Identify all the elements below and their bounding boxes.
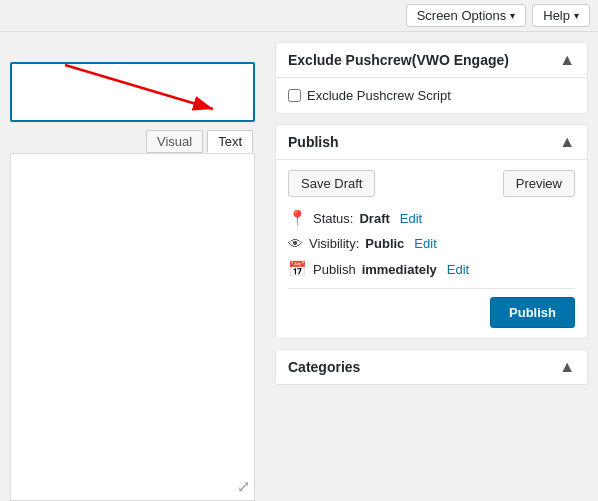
- calendar-icon: 📅: [288, 260, 307, 278]
- left-panel: Visual Text ⤢: [0, 32, 265, 501]
- save-draft-button[interactable]: Save Draft: [288, 170, 375, 197]
- visibility-icon: 👁: [288, 235, 303, 252]
- publish-metabox-body: Save Draft Preview 📍 Status: Draft Edit …: [276, 160, 587, 338]
- editor-area[interactable]: ⤢: [10, 153, 255, 501]
- publish-button[interactable]: Publish: [490, 297, 575, 328]
- post-title-input[interactable]: [10, 62, 255, 122]
- status-label: Status:: [313, 211, 353, 226]
- status-row: 📍 Status: Draft Edit: [288, 209, 575, 227]
- help-button[interactable]: Help ▾: [532, 4, 590, 27]
- publish-title: Publish: [288, 134, 339, 150]
- publish-toggle-icon: ▲: [559, 133, 575, 151]
- categories-metabox: Categories ▲: [275, 349, 588, 385]
- status-edit-link[interactable]: Edit: [400, 211, 422, 226]
- visibility-value: Public: [365, 236, 404, 251]
- preview-button[interactable]: Preview: [503, 170, 575, 197]
- visibility-edit-link[interactable]: Edit: [414, 236, 436, 251]
- publish-metabox: Publish ▲ Save Draft Preview 📍 Status: D…: [275, 124, 588, 339]
- publish-footer: Publish: [288, 288, 575, 328]
- right-panel: Exclude Pushcrew(VWO Engage) ▲ Exclude P…: [265, 32, 598, 501]
- top-bar: Screen Options ▾ Help ▾: [0, 0, 598, 32]
- categories-header[interactable]: Categories ▲: [276, 350, 587, 384]
- status-icon: 📍: [288, 209, 307, 227]
- main-layout: Visual Text ⤢ Exclude Pushcrew(VWO Engag…: [0, 32, 598, 501]
- title-textarea[interactable]: [12, 64, 253, 120]
- publish-time-value: immediately: [362, 262, 437, 277]
- publish-actions: Save Draft Preview: [288, 170, 575, 197]
- status-value: Draft: [359, 211, 389, 226]
- publish-time-edit-link[interactable]: Edit: [447, 262, 469, 277]
- help-chevron-icon: ▾: [574, 10, 579, 21]
- exclude-pushcrew-checkbox[interactable]: [288, 89, 301, 102]
- exclude-pushcrew-body: Exclude Pushcrew Script: [276, 78, 587, 113]
- categories-toggle-icon: ▲: [559, 358, 575, 376]
- exclude-pushcrew-title: Exclude Pushcrew(VWO Engage): [288, 52, 509, 68]
- categories-title: Categories: [288, 359, 360, 375]
- screen-options-chevron-icon: ▾: [510, 10, 515, 21]
- exclude-pushcrew-checkbox-label: Exclude Pushcrew Script: [307, 88, 451, 103]
- screen-options-label: Screen Options: [417, 8, 507, 23]
- help-label: Help: [543, 8, 570, 23]
- expand-icon[interactable]: ⤢: [237, 477, 250, 496]
- exclude-pushcrew-checkbox-row[interactable]: Exclude Pushcrew Script: [288, 88, 575, 103]
- visibility-label: Visibility:: [309, 236, 359, 251]
- text-tab[interactable]: Text: [207, 130, 253, 153]
- screen-options-button[interactable]: Screen Options ▾: [406, 4, 527, 27]
- exclude-pushcrew-metabox: Exclude Pushcrew(VWO Engage) ▲ Exclude P…: [275, 42, 588, 114]
- publish-metabox-header[interactable]: Publish ▲: [276, 125, 587, 160]
- publish-time-label: Publish: [313, 262, 356, 277]
- editor-toolbar: Visual Text: [10, 130, 255, 153]
- publish-time-row: 📅 Publish immediately Edit: [288, 260, 575, 278]
- exclude-pushcrew-toggle-icon: ▲: [559, 51, 575, 69]
- visibility-row: 👁 Visibility: Public Edit: [288, 235, 575, 252]
- exclude-pushcrew-header[interactable]: Exclude Pushcrew(VWO Engage) ▲: [276, 43, 587, 78]
- visual-tab[interactable]: Visual: [146, 130, 203, 153]
